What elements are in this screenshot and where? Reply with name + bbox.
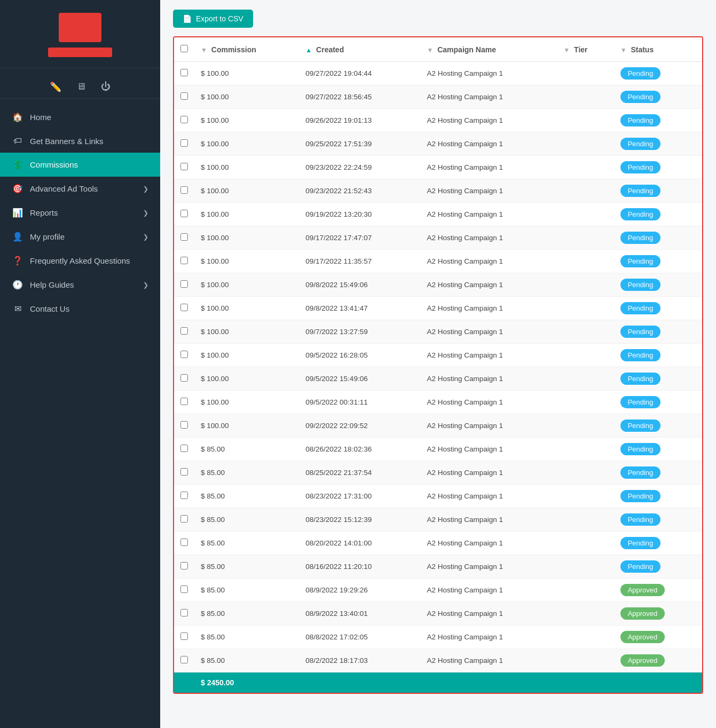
row-checkbox[interactable] <box>180 327 188 335</box>
power-icon[interactable]: ⏻ <box>101 81 111 93</box>
monitor-icon[interactable]: 🖥 <box>76 81 86 93</box>
status-cell: Pending <box>614 179 702 203</box>
row-checkbox[interactable] <box>180 515 188 523</box>
status-badge: Pending <box>620 420 661 432</box>
row-checkbox[interactable] <box>180 656 188 663</box>
sidebar-item-reports[interactable]: 📊 Reports ❯ <box>0 201 160 225</box>
tier-cell <box>557 532 613 555</box>
sidebar-item-contact-us[interactable]: ✉ Contact Us <box>0 297 160 321</box>
tier-cell <box>557 602 613 626</box>
row-checkbox[interactable] <box>180 398 188 405</box>
sidebar-item-label: Frequently Asked Questions <box>30 256 130 265</box>
status-sort-icon: ▼ <box>620 46 627 54</box>
created-cell: 09/17/2022 11:35:57 <box>299 250 420 273</box>
row-checkbox-cell <box>174 273 194 297</box>
table-row: $ 85.00 08/20/2022 14:01:00 A2 Hosting C… <box>174 532 702 555</box>
row-checkbox[interactable] <box>180 374 188 382</box>
select-all-checkbox[interactable] <box>180 45 188 52</box>
row-checkbox[interactable] <box>180 186 188 194</box>
row-checkbox[interactable] <box>180 69 188 76</box>
status-badge: Approved <box>620 607 665 620</box>
status-badge: Pending <box>620 396 661 408</box>
commission-cell: $ 100.00 <box>194 179 299 203</box>
row-checkbox[interactable] <box>180 609 188 616</box>
sidebar-item-label: Commissions <box>30 160 78 169</box>
sidebar-item-help-guides[interactable]: 🕐 Help Guides ❯ <box>0 273 160 297</box>
row-checkbox[interactable] <box>180 92 188 100</box>
row-checkbox-cell <box>174 367 194 391</box>
row-checkbox-cell <box>174 344 194 367</box>
tier-cell <box>557 391 613 414</box>
table-row: $ 85.00 08/16/2022 11:20:10 A2 Hosting C… <box>174 555 702 579</box>
sidebar-item-advanced-ad-tools[interactable]: 🎯 Advanced Ad Tools ❯ <box>0 177 160 201</box>
tier-col-header[interactable]: ▼ Tier <box>557 37 613 62</box>
export-csv-button[interactable]: 📄 Export to CSV <box>173 10 253 28</box>
campaign-name-col-header[interactable]: ▼ Campaign Name <box>420 37 557 62</box>
sidebar-item-label: Get Banners & Links <box>30 137 104 146</box>
status-badge: Pending <box>620 185 661 197</box>
commission-col-header[interactable]: ▼ Commission <box>194 37 299 62</box>
status-badge: Pending <box>620 302 661 314</box>
edit-icon[interactable]: ✏️ <box>50 81 61 93</box>
commission-cell: $ 100.00 <box>194 203 299 226</box>
commission-cell: $ 100.00 <box>194 85 299 109</box>
status-col-header[interactable]: ▼ Status <box>614 37 702 62</box>
status-cell: Approved <box>614 579 702 602</box>
table-header: ▼ Commission ▲ Created ▼ Campaign Name ▼… <box>174 37 702 62</box>
sidebar-item-commissions[interactable]: 💲 Commissions <box>0 153 160 177</box>
row-checkbox-cell <box>174 532 194 555</box>
campaign-name-cell: A2 Hosting Campaign 1 <box>420 250 557 273</box>
row-checkbox[interactable] <box>180 304 188 311</box>
commission-cell: $ 100.00 <box>194 250 299 273</box>
row-checkbox[interactable] <box>180 585 188 593</box>
row-checkbox[interactable] <box>180 257 188 264</box>
commission-cell: $ 100.00 <box>194 391 299 414</box>
campaign-name-cell: A2 Hosting Campaign 1 <box>420 602 557 626</box>
row-checkbox[interactable] <box>180 116 188 123</box>
commission-cell: $ 100.00 <box>194 132 299 156</box>
row-checkbox[interactable] <box>180 562 188 569</box>
row-checkbox[interactable] <box>180 280 188 288</box>
sidebar-item-my-profile[interactable]: 👤 My profile ❯ <box>0 225 160 249</box>
tier-cell <box>557 626 613 649</box>
row-checkbox[interactable] <box>180 233 188 241</box>
commission-cell: $ 100.00 <box>194 226 299 250</box>
created-cell: 09/25/2022 17:51:39 <box>299 132 420 156</box>
row-checkbox[interactable] <box>180 351 188 358</box>
created-col-header[interactable]: ▲ Created <box>299 37 420 62</box>
advanced-ad-tools-icon: 🎯 <box>12 184 23 194</box>
status-badge: Pending <box>620 466 661 479</box>
campaign-name-cell: A2 Hosting Campaign 1 <box>420 62 557 85</box>
row-checkbox[interactable] <box>180 445 188 452</box>
row-checkbox[interactable] <box>180 492 188 499</box>
status-cell: Pending <box>614 109 702 132</box>
status-badge: Pending <box>620 138 661 150</box>
status-badge: Pending <box>620 513 661 526</box>
commission-cell: $ 85.00 <box>194 602 299 626</box>
commission-cell: $ 100.00 <box>194 109 299 132</box>
created-cell: 09/19/2022 13:20:30 <box>299 203 420 226</box>
row-checkbox[interactable] <box>180 632 188 640</box>
status-badge: Pending <box>620 490 661 502</box>
row-checkbox[interactable] <box>180 539 188 546</box>
row-checkbox[interactable] <box>180 163 188 170</box>
created-cell: 09/5/2022 00:31:11 <box>299 391 420 414</box>
sidebar-item-faq[interactable]: ❓ Frequently Asked Questions <box>0 249 160 273</box>
row-checkbox-cell <box>174 226 194 250</box>
sidebar-item-label: Advanced Ad Tools <box>30 184 98 193</box>
tier-cell <box>557 156 613 179</box>
sidebar-item-banners[interactable]: 🏷 Get Banners & Links <box>0 129 160 153</box>
row-checkbox[interactable] <box>180 421 188 429</box>
campaign-name-cell: A2 Hosting Campaign 1 <box>420 344 557 367</box>
commission-cell: $ 100.00 <box>194 156 299 179</box>
sidebar-item-home[interactable]: 🏠 Home <box>0 105 160 129</box>
tier-cell <box>557 109 613 132</box>
created-cell: 08/23/2022 17:31:00 <box>299 485 420 508</box>
status-badge: Pending <box>620 114 661 126</box>
table-row: $ 85.00 08/25/2022 21:37:54 A2 Hosting C… <box>174 461 702 485</box>
table-row: $ 85.00 08/26/2022 18:02:36 A2 Hosting C… <box>174 438 702 461</box>
row-checkbox[interactable] <box>180 468 188 476</box>
row-checkbox[interactable] <box>180 210 188 217</box>
table-row: $ 85.00 08/9/2022 19:29:26 A2 Hosting Ca… <box>174 579 702 602</box>
row-checkbox[interactable] <box>180 139 188 147</box>
